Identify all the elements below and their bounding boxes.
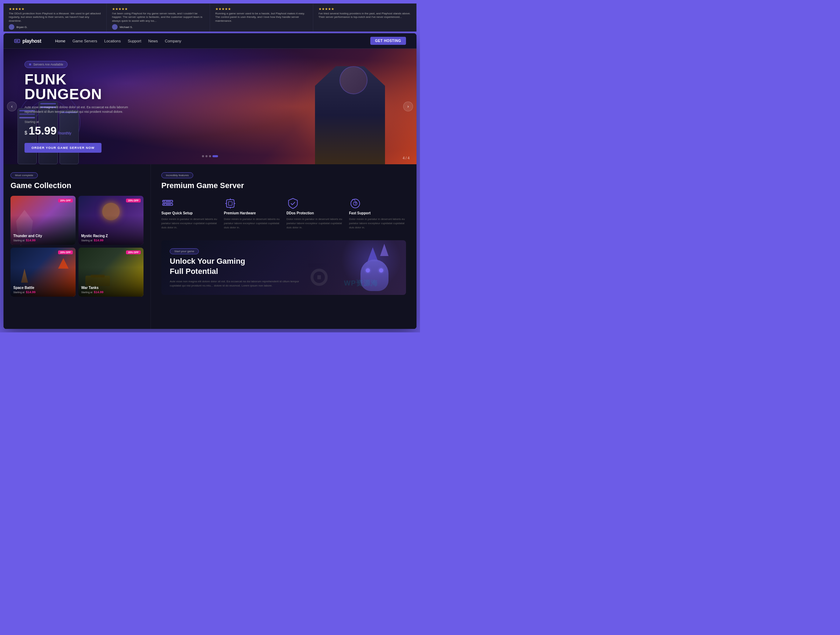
game-name-mystic: Mystic Racing Z (81, 234, 108, 238)
author-2: Michael S. (112, 24, 204, 30)
logo-text: playhost (22, 38, 41, 44)
hero-price-label: Starting at (25, 120, 144, 124)
feature-title-hardware: Premium Hardware (224, 211, 281, 215)
setup-icon (161, 197, 174, 210)
author-1: Bryan G. (9, 24, 101, 30)
gp-desc: Aute esse non magna elit dolore dolor si… (170, 279, 310, 288)
game-info-space: Space Battle Starting at $14.99 (13, 286, 35, 294)
testimonial-card-4: ★★★★★ I've tried several hosting provide… (313, 3, 417, 32)
game-price-row-thunder: Starting at $14.99 (13, 239, 42, 242)
author-name-2: Michael S. (120, 25, 133, 29)
char-head (339, 66, 368, 94)
game-collection-badge: Most complete (11, 172, 38, 178)
svg-rect-11 (228, 202, 232, 206)
feature-title-setup: Super Quick Setup (161, 211, 218, 215)
logo-icon (14, 38, 20, 44)
game-price-label-tank: Starting at (81, 291, 92, 293)
nav-home[interactable]: Home (55, 39, 65, 43)
wp-text-watermark: WP资源海 (344, 279, 378, 288)
hero-prev-arrow[interactable]: ‹ (7, 101, 17, 111)
stars-2: ★★★★★ (112, 7, 204, 11)
testimonial-text-2: I've been using Playhost for my game ser… (112, 12, 204, 23)
game-name-space: Space Battle (13, 286, 35, 290)
game-card-tank[interactable]: 20% OFF War Tanks Starting at $14.99 (78, 248, 144, 297)
browser-window: playhost Home Game Servers Locations Sup… (3, 33, 417, 329)
game-price-label-thunder: Starting at (13, 239, 25, 242)
testimonial-text-1: The DDoS protection from Playhost is a l… (9, 12, 101, 23)
navbar: playhost Home Game Servers Locations Sup… (3, 33, 417, 49)
stars-4: ★★★★★ (319, 7, 411, 11)
hero-next-arrow[interactable]: › (403, 101, 413, 111)
stars-1: ★★★★★ (9, 7, 101, 11)
author-name-1: Bryan G. (16, 25, 28, 29)
premium-section: Incredibly features Premium Game Server (150, 164, 417, 329)
support-icon: ? (349, 197, 362, 210)
feature-hardware: Premium Hardware Dolor minim in pariatur… (224, 197, 281, 230)
nav-support[interactable]: Support (128, 39, 141, 43)
testimonial-text-3: Running a game server used to be a hassl… (215, 12, 308, 23)
game-collection-title: Game Collection (11, 181, 144, 190)
get-hosting-button[interactable]: GET HOSTING (370, 37, 406, 45)
dot-2[interactable] (205, 155, 208, 157)
feature-support: ? Fast Support Dolor minim in pariatur i… (349, 197, 406, 230)
gp-badge: Start your game (170, 248, 199, 254)
svg-point-6 (164, 201, 165, 202)
feature-desc-support: Dolor minim in pariatur in deserunt labo… (349, 217, 406, 230)
game-info-thunder: Thunder and City Starting at $14.99 (13, 234, 42, 242)
price-dollar: $ (25, 130, 27, 136)
game-name-thunder: Thunder and City (13, 234, 42, 238)
hero-cta-button[interactable]: ORDER YOUR GAME SERVER NOW (25, 143, 101, 153)
nav-company[interactable]: Company (165, 39, 181, 43)
feature-title-shield: DDos Protection (287, 211, 344, 215)
games-grid: 20% OFF Thunder and City Starting at $14… (11, 196, 144, 297)
avatar-1 (9, 24, 14, 30)
dot-3[interactable] (209, 155, 211, 157)
game-card-thunder[interactable]: 20% OFF Thunder and City Starting at $14… (11, 196, 76, 245)
badge-dot (29, 63, 31, 65)
game-info-mystic: Mystic Racing Z Starting at $14.99 (81, 234, 108, 242)
game-card-mystic[interactable]: 20% OFF Mystic Racing Z Starting at $14.… (78, 196, 144, 245)
testimonials-strip: ★★★★★ The DDoS protection from Playhost … (3, 3, 417, 32)
game-name-tank: War Tanks (81, 286, 103, 290)
nav-news[interactable]: News (148, 39, 158, 43)
nav-locations[interactable]: Locations (104, 39, 121, 43)
game-price-row-mystic: Starting at $14.99 (81, 239, 108, 242)
feature-desc-shield: Dolor minim in pariatur in deserunt labo… (287, 217, 344, 230)
server-badge: Servers Are Available (25, 61, 68, 68)
dot-1[interactable] (202, 155, 204, 157)
hero-section: Servers Are Available FUNK DUNGEON Aute … (3, 49, 417, 164)
hero-price: $ 15.99 /monthly (25, 124, 144, 137)
main-wrapper: ★★★★★ The DDoS protection from Playhost … (0, 0, 420, 333)
testimonial-card-3: ★★★★★ Running a game server used to be a… (210, 3, 313, 32)
hero-title: FUNK DUNGEON (25, 72, 144, 101)
nav-game-servers[interactable]: Game Servers (73, 39, 97, 43)
avatar-2 (112, 24, 118, 30)
feature-setup: Super Quick Setup Dolor minim in pariatu… (161, 197, 218, 230)
price-period: /monthly (58, 131, 71, 135)
svg-rect-10 (226, 200, 234, 207)
hero-counter: 4 / 4 (403, 156, 409, 160)
game-price-row-space: Starting at $14.99 (13, 290, 35, 294)
shield-icon (287, 197, 299, 210)
testimonial-card-1: ★★★★★ The DDoS protection from Playhost … (3, 3, 107, 32)
feature-desc-setup: Dolor minim in pariatur in deserunt labo… (161, 217, 218, 230)
price-amount: 15.99 (29, 124, 57, 137)
fox-eye-left (366, 268, 370, 272)
game-price-val-tank: $14.99 (94, 290, 104, 294)
feature-shield: DDos Protection Dolor minim in pariatur … (287, 197, 344, 230)
svg-text:?: ? (355, 201, 357, 206)
hero-content: Servers Are Available FUNK DUNGEON Aute … (3, 60, 144, 153)
game-price-row-tank: Starting at $14.99 (81, 290, 103, 294)
stars-3: ★★★★★ (215, 7, 308, 11)
premium-badge: Incredibly features (161, 172, 193, 178)
fox-ear-right (380, 244, 388, 256)
wp-watermark: ⊙ (308, 263, 329, 291)
game-discount-tank: 20% OFF (126, 250, 141, 254)
logo[interactable]: playhost (14, 38, 41, 44)
game-card-space[interactable]: 20% OFF Space Battle Starting at $14.99 (11, 248, 76, 297)
dot-4[interactable] (212, 155, 218, 157)
hero-pagination (202, 155, 218, 157)
testimonial-card-2: ★★★★★ I've been using Playhost for my ga… (107, 3, 210, 32)
game-price-label-space: Starting at (13, 291, 25, 293)
game-price-val-mystic: $14.99 (94, 239, 104, 242)
